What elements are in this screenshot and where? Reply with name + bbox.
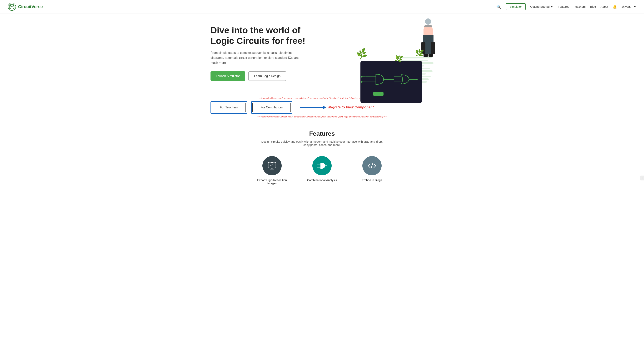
for-teachers-button-wrapper: For Teachers xyxy=(210,101,247,114)
logo-text: CircuitVerse xyxy=(18,4,43,9)
hero-section: Dive into the world of Logic Circuits fo… xyxy=(188,14,456,96)
features-grid: HD Export High-Resolution Images Combina… xyxy=(203,156,441,185)
svg-point-8 xyxy=(13,8,14,9)
feature-label-embed: Embed in Blogs xyxy=(362,178,382,182)
for-contributors-button[interactable]: For Contributors xyxy=(252,103,291,112)
circuit-diagram xyxy=(360,61,422,103)
user-menu[interactable]: shivba... ▼ xyxy=(622,5,636,8)
simulator-button[interactable]: Simulator xyxy=(506,3,526,10)
svg-point-18 xyxy=(361,81,362,83)
logo-icon xyxy=(8,2,16,11)
contributors-code-comment: <%= render(HomepageComponents::HomeButto… xyxy=(210,116,434,118)
hd-icon: HD xyxy=(262,156,282,175)
svg-point-7 xyxy=(10,8,11,9)
svg-point-17 xyxy=(361,76,362,78)
hero-title: Dive into the world of Logic Circuits fo… xyxy=(210,25,318,46)
migrate-label: Migrate to View Component xyxy=(328,105,374,110)
notification-bell-icon[interactable]: 🔔 xyxy=(613,4,617,9)
teachers-link[interactable]: Teachers xyxy=(574,5,586,8)
nav-links: 🔍 Simulator Getting Started ▼ Features T… xyxy=(496,3,636,10)
launch-simulator-button[interactable]: Launch Simulator xyxy=(210,71,245,81)
svg-rect-20 xyxy=(373,92,384,96)
username-label: shivba... xyxy=(622,5,632,8)
blog-link[interactable]: Blog xyxy=(590,5,596,8)
circuit-board xyxy=(360,61,422,103)
feature-label-gate: Combinational Analysis xyxy=(307,178,337,182)
feature-item-hd: HD Export High-Resolution Images xyxy=(255,156,289,185)
learn-logic-design-button[interactable]: Learn Logic Design xyxy=(248,71,286,81)
buttons-row: For Teachers For Contributors Migrate to… xyxy=(210,101,434,114)
gate-icon xyxy=(312,156,332,175)
navbar: CircuitVerse 🔍 Simulator Getting Started… xyxy=(0,0,644,14)
person-figure xyxy=(423,18,434,57)
chevron-down-icon: ▼ xyxy=(550,5,553,8)
svg-point-4 xyxy=(11,6,12,7)
features-title: Features xyxy=(203,130,441,137)
leaf-bottom-right-icon: 🌿 xyxy=(415,48,425,58)
hero-subtitle: From simple gates to complex sequential … xyxy=(210,50,303,65)
arrow-container xyxy=(300,106,326,110)
user-dropdown-icon: ▼ xyxy=(634,5,636,8)
feature-item-gate: Combinational Analysis xyxy=(305,156,339,185)
leaf-left-icon: 🌿 xyxy=(355,47,368,60)
search-icon[interactable]: 🔍 xyxy=(496,4,501,9)
svg-point-5 xyxy=(10,5,11,6)
features-link[interactable]: Features xyxy=(558,5,569,8)
for-teachers-button[interactable]: For Teachers xyxy=(212,103,246,112)
about-link[interactable]: About xyxy=(600,5,608,8)
svg-point-19 xyxy=(416,78,418,80)
svg-text:HD: HD xyxy=(270,164,273,167)
arrow-head-icon xyxy=(323,106,326,110)
feature-label-hd: Export High-Resolution Images xyxy=(255,178,289,185)
svg-line-30 xyxy=(371,164,373,168)
svg-point-6 xyxy=(13,5,14,6)
features-section: Features Design circuits quickly and eas… xyxy=(188,122,456,192)
svg-marker-26 xyxy=(271,161,273,162)
for-contributors-button-wrapper: For Contributors xyxy=(251,101,292,114)
hero-content: Dive into the world of Logic Circuits fo… xyxy=(210,25,318,88)
embed-icon xyxy=(362,156,382,175)
hero-buttons: Launch Simulator Learn Logic Design xyxy=(210,71,318,81)
getting-started-link[interactable]: Getting Started ▼ xyxy=(530,5,553,8)
features-subtitle: Design circuits quickly and easily with … xyxy=(255,140,389,146)
scrollbar-hint[interactable]: >< xyxy=(640,176,644,180)
feature-item-embed: Embed in Blogs xyxy=(355,156,389,185)
migrate-arrow: Migrate to View Component xyxy=(300,105,374,110)
logo-link[interactable]: CircuitVerse xyxy=(8,2,43,11)
arrow-shaft xyxy=(300,107,323,108)
